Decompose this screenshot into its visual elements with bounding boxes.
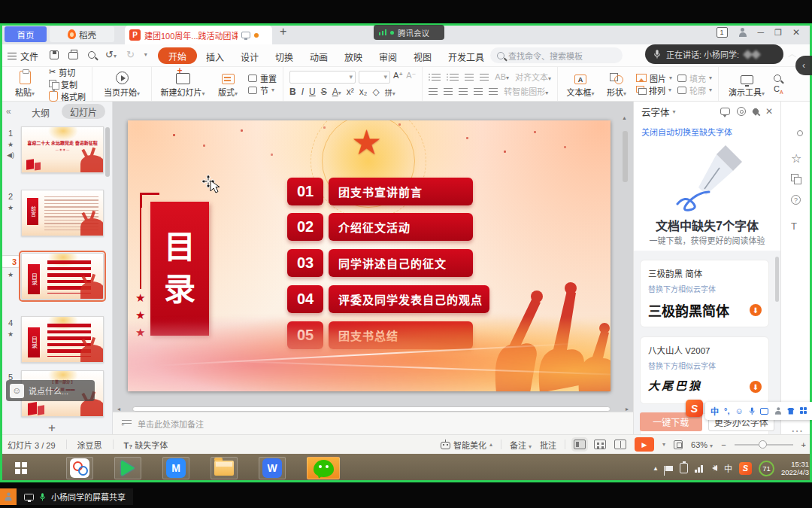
battery-percent-ring[interactable]: 71 (759, 461, 774, 476)
save-icon[interactable] (50, 50, 59, 59)
tab-slideshow[interactable]: 放映 (344, 50, 362, 63)
ime-punctuation-icon[interactable]: °, (724, 406, 729, 415)
vertical-scroll-thumb[interactable] (623, 131, 628, 182)
taskbar-360-browser[interactable] (66, 457, 93, 479)
sogou-logo-icon[interactable]: S (686, 400, 703, 417)
slide-1-thumbnail[interactable]: 喜迎二十大 永远跟党走 奋进新征程 — ◉ ◉ — (21, 126, 104, 173)
tab-view[interactable]: 视图 (414, 50, 432, 63)
feedback-icon[interactable] (720, 108, 730, 115)
fonts-scrollbar-thumb[interactable] (775, 257, 779, 302)
taskbar-wps-office[interactable]: W (259, 457, 286, 479)
beautify-wand-icon[interactable]: ☆ (791, 151, 801, 166)
zoom-slider[interactable] (735, 444, 793, 446)
zoom-in-button[interactable]: + (801, 440, 806, 449)
font-color-button[interactable]: A▾ (332, 87, 341, 97)
hidden-icons-chevron[interactable]: ▲ (653, 465, 659, 472)
add-slide-button[interactable]: + (48, 421, 56, 436)
meeting-sidebar-handle[interactable]: ‹ (795, 56, 812, 75)
align-left-icon[interactable] (429, 88, 438, 95)
taskbar-tencent-meeting[interactable]: M (162, 457, 189, 479)
line-spacing-icon[interactable] (489, 88, 498, 95)
slide-3-thumbnail-selected[interactable]: 目录 (21, 253, 104, 300)
text-direction-icon[interactable]: AB▾ (495, 72, 509, 81)
increase-font-icon[interactable]: A⁺ (393, 71, 403, 84)
font-replace-link[interactable]: 替换下方相似云字体 (648, 360, 761, 371)
new-slide-button[interactable]: 新建幻灯片▾ (158, 70, 208, 98)
format-painter-button[interactable]: 格式刷 (49, 91, 86, 101)
command-search-input[interactable]: 查找命令、搜索模板 (490, 47, 623, 63)
phonetic-button[interactable]: 拼▾ (385, 87, 395, 98)
numbered-list-icon[interactable] (447, 74, 459, 81)
layout-button[interactable]: 版式▾ (213, 70, 243, 98)
battery-icon[interactable] (680, 463, 688, 473)
bold-button[interactable]: B (289, 87, 296, 97)
emoji-icon[interactable]: ☺ (10, 384, 24, 398)
theme-name[interactable]: 涂豆思 (77, 439, 102, 451)
download-font-icon[interactable]: ⬇ (750, 304, 762, 316)
sogou-tray-icon[interactable]: S (739, 462, 752, 475)
slide-sorter-view-button[interactable] (594, 440, 606, 449)
close-panel-icon[interactable]: ✕ (765, 106, 773, 117)
scroll-up-icon[interactable]: ▲ (622, 115, 627, 120)
align-text-button[interactable]: 对齐文本▾ (515, 71, 551, 83)
subscript-button[interactable]: x₂ (359, 87, 368, 97)
font-card-1[interactable]: 三极韵黑 简体 替换下方相似云字体 三极韵黑简体 ⬇ (640, 260, 769, 327)
tab-transition[interactable]: 切换 (275, 50, 293, 63)
tab-design[interactable]: 设计 (241, 50, 259, 63)
slideshow-play-button[interactable]: ▶ (635, 437, 654, 452)
comments-button[interactable]: 批注 (540, 439, 556, 451)
underline-button[interactable]: U (309, 87, 316, 97)
tab-animation[interactable]: 动画 (310, 50, 328, 63)
missing-fonts-status[interactable]: T? 缺失字体 (124, 439, 168, 451)
clear-format-button[interactable]: ◇ (372, 87, 379, 97)
doc-count-badge[interactable]: 1 (717, 27, 728, 38)
collapse-panel-icon[interactable]: « (6, 106, 11, 117)
tab-docer[interactable]: 稻壳 (50, 26, 114, 42)
find-button[interactable] (774, 73, 783, 83)
zoom-slider-knob[interactable] (759, 440, 767, 449)
volume-icon[interactable] (712, 465, 717, 471)
customize-toolbar-icon[interactable]: ▾ (144, 51, 147, 58)
taskbar-wechat-active[interactable] (307, 457, 340, 479)
panel-scrollbar-thumb[interactable] (105, 127, 110, 177)
reading-view-button[interactable] (614, 440, 626, 449)
textbox-button[interactable]: A文本框▾ (564, 70, 597, 98)
superscript-button[interactable]: x² (347, 87, 354, 97)
reset-button[interactable]: 重置 (248, 73, 277, 83)
align-center-icon[interactable] (444, 88, 453, 95)
normal-view-button[interactable] (574, 440, 586, 449)
ime-account-icon[interactable] (774, 407, 781, 415)
fit-to-window-icon[interactable] (674, 440, 683, 449)
account-icon[interactable] (738, 28, 747, 37)
font-size-select[interactable]: ▾ (359, 71, 390, 84)
italic-button[interactable]: I (301, 87, 304, 97)
vertical-scrollbar[interactable]: ▲ ▼ (622, 123, 629, 412)
close-button[interactable]: ✕ (792, 27, 800, 38)
section-button[interactable]: 节▾ (248, 85, 277, 95)
paste-button[interactable]: 粘贴▾ (6, 70, 44, 98)
decrease-font-icon[interactable]: A⁻ (406, 71, 416, 84)
minimize-button[interactable]: ─ (758, 27, 765, 38)
meeting-chat-input[interactable]: ☺ 说点什么... (6, 380, 95, 401)
slide-canvas[interactable]: ★ 目录 ★★★ 01 团支书宣讲前言 02 介绍征文活动 03 同学讲述自己的… (128, 120, 611, 391)
ime-skin-icon[interactable] (787, 408, 794, 415)
auto-switch-link[interactable]: 关闭自动切换至缺失字体 (641, 126, 732, 138)
notes-bar[interactable]: 单击此处添加备注 (113, 412, 633, 434)
taskbar-file-explorer[interactable] (211, 457, 238, 479)
horizontal-scroll-thumb[interactable] (132, 406, 611, 412)
download-font-icon[interactable]: ⬇ (750, 381, 762, 393)
redo-icon[interactable]: ↻ (126, 49, 135, 60)
copy-button[interactable]: 复制 (49, 79, 86, 89)
taskbar-tencent-video[interactable] (114, 457, 141, 479)
font-card-2[interactable]: 八大山人 V2007 替换下方相似云字体 大尾巴狼 ⬇ (640, 336, 769, 404)
ime-mode-indicator[interactable]: 中 (710, 405, 719, 417)
ime-toolbox-icon[interactable] (800, 407, 807, 415)
tab-start[interactable]: 开始 (158, 47, 197, 64)
tab-document[interactable]: P 建团100周年...践活动团课课件 (125, 26, 272, 44)
settings-gear-icon[interactable] (737, 107, 746, 116)
collapse-toolbar-chevron[interactable]: ︿ (788, 47, 796, 59)
restore-button[interactable]: ❐ (774, 28, 782, 38)
arrange-button[interactable]: 排列▾ (636, 85, 672, 95)
shapes-button[interactable]: 形状▾ (602, 70, 631, 98)
slide-4-thumbnail[interactable]: 目录 (21, 316, 104, 363)
